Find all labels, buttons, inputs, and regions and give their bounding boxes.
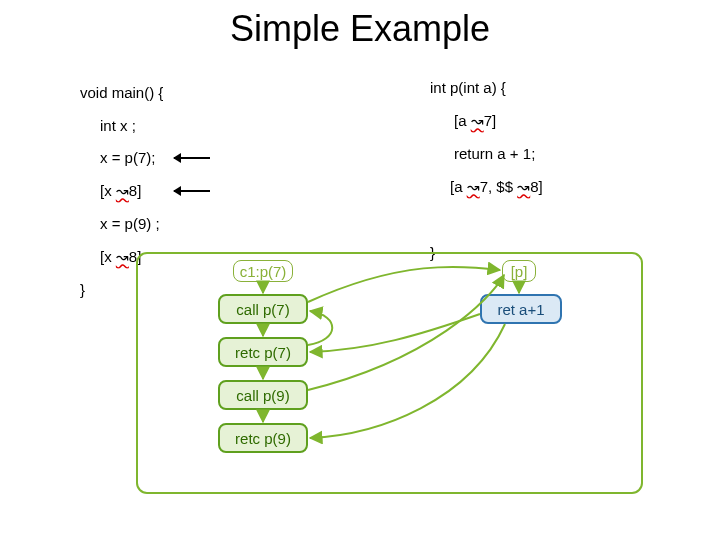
svg-rect-0 — [137, 253, 642, 493]
code-int-x: int x ; — [100, 118, 136, 133]
node-ip: [p] — [502, 260, 536, 282]
arrow-icon — [174, 157, 210, 159]
code-return: return a + 1; — [454, 146, 535, 161]
graph-edges — [0, 0, 720, 540]
node-ret-a1: ret a+1 — [480, 294, 562, 324]
slide-title: Simple Example — [0, 8, 720, 50]
wave-icon: ↝ — [471, 112, 484, 129]
code-main-close: } — [80, 282, 85, 297]
code-state-a7-ss8: [a ↝7, $$ ↝8] — [450, 179, 543, 194]
wave-icon: ↝ — [116, 248, 129, 265]
wave-icon: ↝ — [517, 178, 530, 195]
code-x-p7: x = p(7); — [100, 150, 155, 165]
wave-icon: ↝ — [116, 182, 129, 199]
code-state-x8-1: [x ↝8] — [100, 183, 141, 198]
node-call-p9: call p(9) — [218, 380, 308, 410]
node-c1p1: c1:p(7) — [233, 260, 293, 282]
code-state-a7: [a ↝7] — [454, 113, 496, 128]
arrow-icon — [174, 190, 210, 192]
wave-icon: ↝ — [467, 178, 480, 195]
node-retc-p9: retc p(9) — [218, 423, 308, 453]
code-main-decl: void main() { — [80, 85, 163, 100]
code-x-p9: x = p(9) ; — [100, 216, 160, 231]
code-p-decl: int p(int a) { — [430, 80, 506, 95]
code-state-x8-2: [x ↝8] — [100, 249, 141, 264]
node-call-p7: call p(7) — [218, 294, 308, 324]
code-p-close: } — [430, 245, 435, 260]
slide: Simple Example void main() { int x ; x =… — [0, 0, 720, 540]
node-retc-p7: retc p(7) — [218, 337, 308, 367]
